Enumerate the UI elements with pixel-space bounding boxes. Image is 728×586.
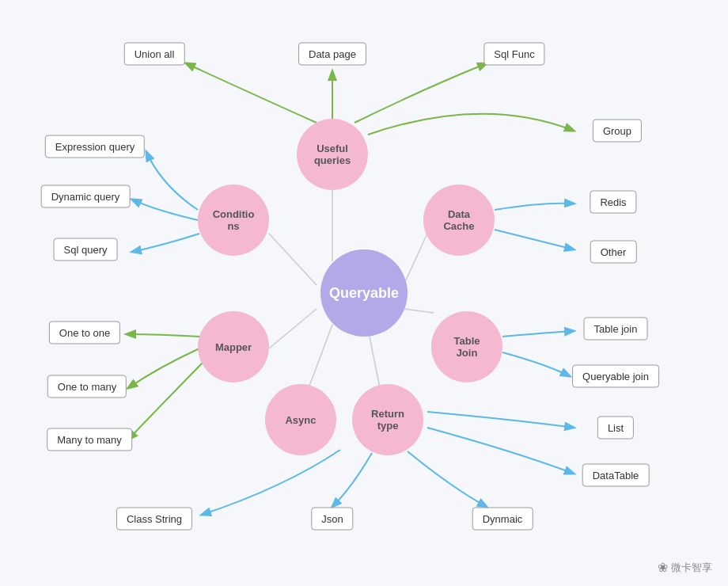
list-rect: List: [597, 417, 634, 440]
redis-rect: Redis: [590, 191, 636, 214]
watermark-icon: ❀: [658, 560, 668, 575]
useful-queries-node: Useful queries: [297, 119, 368, 190]
data-cache-node: Data Cache: [423, 185, 495, 256]
sql-func-rect: Sql Func: [483, 43, 544, 66]
other-rect: Other: [590, 241, 637, 264]
expression-query-rect: Expression query: [45, 135, 145, 158]
class-string-rect: Class String: [116, 508, 192, 531]
dynmaic-rect: Dynmaic: [472, 508, 533, 531]
dynamic-query-rect: Dynamic query: [41, 185, 131, 208]
table-join-r-rect: Table join: [584, 318, 648, 341]
queryable-join-rect: Queryable join: [572, 365, 659, 388]
data-page-rect: Data page: [298, 43, 366, 66]
mapper-node: Mapper: [198, 311, 269, 382]
json-rect: Json: [311, 508, 353, 531]
one-to-one-rect: One to one: [49, 322, 120, 344]
return-type-node: Return type: [352, 384, 423, 455]
union-all-rect: Union all: [124, 43, 185, 66]
center-node: Queryable: [320, 249, 408, 337]
conditions-node: Conditio ns: [198, 185, 269, 256]
async-node: Async: [265, 384, 336, 455]
group-rect: Group: [593, 120, 642, 143]
sql-query-rect: Sql query: [54, 238, 118, 261]
watermark-text: 微卡智享: [671, 561, 712, 575]
table-join-node: Table Join: [431, 311, 502, 382]
diagram: Queryable Useful queries Conditio ns Map…: [0, 0, 728, 586]
watermark: ❀ 微卡智享: [658, 560, 712, 575]
many-to-many-rect: Many to many: [47, 428, 132, 451]
datatable-rect: DataTable: [582, 464, 650, 487]
one-to-many-rect: One to many: [47, 375, 127, 398]
